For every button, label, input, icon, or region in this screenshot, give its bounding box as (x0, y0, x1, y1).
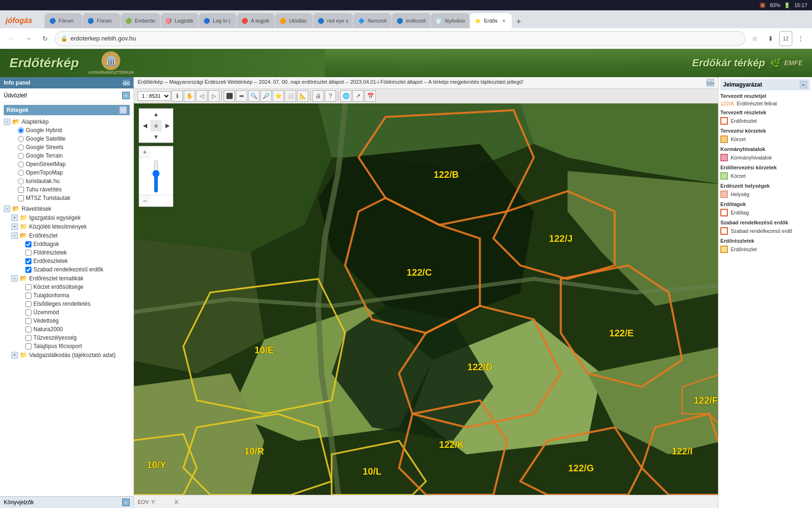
zoom-out-map-btn[interactable]: − (139, 195, 150, 206)
svg-text:122/B: 122/B (434, 169, 459, 180)
google-hybrid-radio[interactable] (18, 127, 24, 134)
globe-btn[interactable]: 🌐 (340, 90, 351, 102)
fwd-extent-btn[interactable]: ▷ (208, 90, 219, 102)
tab-utodlas[interactable]: 🟠 Utódlás (275, 13, 312, 28)
layers-collapse-btn[interactable]: − (119, 106, 127, 114)
legend-kormanyhivatalok-box (720, 154, 728, 161)
bookmarks-bar: Könyvjelzők + (0, 496, 133, 508)
zoom-in-map-btn[interactable]: + (139, 146, 150, 158)
google-terrain-radio[interactable] (18, 153, 24, 159)
turistautak-radio[interactable] (18, 178, 24, 184)
tab-forum2[interactable]: 🔵 Fórum (83, 13, 120, 28)
vedettség-checkbox[interactable] (25, 318, 31, 324)
ravetitesek-toggle[interactable]: − (4, 206, 10, 212)
legend-collapse-btn[interactable]: − (800, 81, 807, 88)
pan-up-btn[interactable]: ▲ (150, 109, 162, 120)
opentopomap-label: OpenTopoMap (26, 169, 63, 176)
tab-emberbc[interactable]: 🟢 Emberbc (121, 13, 160, 28)
tab-nyilvano[interactable]: 🗒️ Nyilváno (431, 13, 469, 28)
reload-button[interactable]: ↻ (38, 31, 53, 46)
tab-erdeszet[interactable]: 🔵 erdészet (392, 13, 430, 28)
eov-y-label: EOV: Y: (138, 499, 156, 505)
map-toolbar: 1 : 8531 ℹ ✋ ◁ ▷ ⬛ ➡ 🔍 🔎 ⭐ ⬜ 📐 🖨 ? (134, 89, 718, 103)
arrow-btn[interactable]: ↗ (352, 90, 364, 102)
tab-nemzeti[interactable]: 🔷 Nemzeti (353, 13, 391, 28)
opentopomap-radio[interactable] (18, 170, 24, 176)
download-button[interactable]: ⬇ (763, 31, 778, 46)
tab-utodlas-favicon: 🟠 (280, 18, 286, 24)
google-satellite-radio[interactable] (18, 136, 24, 142)
map-info-collapse-btn[interactable]: ▷▷ (707, 79, 714, 87)
igazgatasi-toggle[interactable]: + (11, 214, 18, 221)
kozjoleti-label: Közjóléti létesítmények (29, 223, 87, 230)
info-panel-collapse-btn[interactable]: ◁◁ (122, 79, 130, 87)
address-bar[interactable]: 🔒 erdoterkep.nebih.gov.hu (55, 31, 745, 46)
panel-scroll[interactable]: Üdvözlet! + Rétegek − − 📂 (0, 88, 133, 496)
tab-login[interactable]: 🔵 Log In | (199, 13, 236, 28)
rect-select-btn[interactable]: ⬜ (285, 90, 296, 102)
url-text: erdoterkep.nebih.gov.hu (70, 35, 739, 42)
erdoreszlet-folder-icon: 📂 (20, 232, 27, 239)
print-btn[interactable]: 🖨 (312, 90, 324, 102)
measure-btn[interactable]: 📐 (297, 90, 308, 102)
erdotagok-checkbox[interactable] (25, 241, 31, 247)
tulajdonforma-label: Tulajdonforma (33, 292, 69, 299)
tulajdonforma-checkbox[interactable] (25, 293, 31, 299)
zoom-prev-btn[interactable]: ⬛ (224, 90, 235, 102)
extensions-badge[interactable]: 12 (779, 31, 792, 46)
talaj-checkbox[interactable] (25, 343, 31, 349)
pan-right-btn[interactable]: ▶ (162, 120, 173, 131)
tab-nemzeti-label: Nemzeti (367, 18, 386, 24)
natura2000-checkbox[interactable] (25, 326, 31, 333)
tab-close-btn[interactable]: ✕ (500, 17, 507, 24)
tab-alegjob[interactable]: 🔴 A legjob (237, 13, 274, 28)
battery-icon: 🔋 (784, 2, 790, 8)
nav-actions: ☆ ⬇ 12 ⋮ (747, 31, 808, 46)
mtsz-checkbox[interactable] (18, 195, 24, 201)
welcome-add-btn[interactable]: + (122, 92, 130, 99)
zoom-out-btn[interactable]: 🔎 (260, 90, 272, 102)
pan-center-btn[interactable]: ⊕ (150, 120, 162, 131)
erdoreszlet-toggle[interactable]: − (11, 232, 18, 239)
zoom-next-btn[interactable]: ➡ (236, 90, 247, 102)
map-viewport[interactable]: 122/B 122/J 122/C 122/D 122/E 10/E 10/R … (134, 103, 718, 495)
elsodles-rendeltet-label: Elsődleges rendeltetés (33, 301, 90, 307)
zoom-in-btn[interactable]: 🔍 (248, 90, 259, 102)
tuhu-checkbox[interactable] (18, 187, 24, 193)
zoom-slider[interactable] (151, 160, 161, 193)
elsodles-rendeltet-checkbox[interactable] (25, 301, 31, 307)
new-tab-button[interactable]: + (512, 15, 525, 28)
alapterkep-toggle[interactable]: − (4, 119, 10, 125)
tab-forum1[interactable]: 🔵 Fórum (45, 13, 82, 28)
tuzv-checkbox[interactable] (25, 335, 31, 341)
google-streets-radio[interactable] (18, 144, 24, 151)
foldreszletek-checkbox[interactable] (25, 250, 31, 256)
pan-down-btn[interactable]: ▼ (150, 131, 162, 143)
tab-erdeszet-favicon: 🔵 (397, 18, 403, 24)
kozjoleti-toggle[interactable]: + (11, 223, 18, 230)
bookmarks-add-btn[interactable]: + (122, 499, 130, 506)
bookmark-star-button[interactable]: ☆ (747, 31, 762, 46)
back-button[interactable]: ← (4, 31, 19, 46)
erdoreszletek-checkbox[interactable] (25, 258, 31, 264)
tab-legjobb[interactable]: 🎯 Legjobb (161, 13, 198, 28)
vadgazd-toggle[interactable]: + (11, 352, 18, 358)
forward-button[interactable]: → (21, 31, 36, 46)
tematikak-toggle[interactable]: − (11, 275, 18, 282)
back-extent-btn[interactable]: ◁ (196, 90, 207, 102)
menu-button[interactable]: ⋮ (793, 31, 808, 46)
tab-erdos-active[interactable]: ⭐ Erdős ✕ (470, 13, 512, 28)
pan-left-btn[interactable]: ◀ (139, 120, 150, 131)
openstreetmap-radio[interactable] (18, 161, 24, 167)
help-btn[interactable]: ? (325, 90, 336, 102)
korzet-erdosultseg-checkbox[interactable] (25, 284, 31, 290)
calendar-btn[interactable]: 📅 (365, 90, 376, 102)
star-btn[interactable]: ⭐ (273, 90, 284, 102)
legend-item-erdoreszlet2: Erdőrészlet (720, 245, 810, 254)
scale-select[interactable]: 1 : 8531 (138, 91, 171, 101)
info-tool-btn[interactable]: ℹ (172, 90, 183, 102)
szabad-checkbox[interactable] (25, 267, 31, 273)
uzemmmod-checkbox[interactable] (25, 310, 31, 316)
pan-tool-btn[interactable]: ✋ (184, 90, 195, 102)
tab-redeye[interactable]: 🔵 red eye s (313, 13, 353, 28)
